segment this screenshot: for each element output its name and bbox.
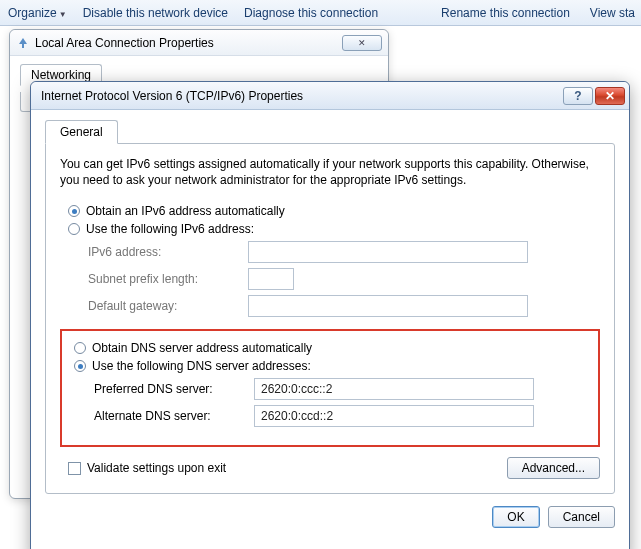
close-icon: ✕: [605, 89, 615, 103]
dlg2-title: Internet Protocol Version 6 (TCP/IPv6) P…: [41, 89, 561, 103]
toolbar-viewstatus[interactable]: View sta: [590, 6, 635, 20]
network-adapter-icon: [16, 36, 30, 50]
radio-obtain-dns-auto[interactable]: Obtain DNS server address automatically: [74, 341, 594, 355]
dialog-button-row: OK Cancel: [45, 506, 615, 528]
background-area: Local Area Connection Properties ✕ Netwo…: [0, 26, 641, 549]
ok-button[interactable]: OK: [492, 506, 539, 528]
radio-use-dns-manual-label: Use the following DNS server addresses:: [92, 359, 311, 373]
radio-use-ipv6-manual-label: Use the following IPv6 address:: [86, 222, 254, 236]
advanced-button[interactable]: Advanced...: [507, 457, 600, 479]
alternate-dns-input[interactable]: [254, 405, 534, 427]
toolbar-diagnose[interactable]: Diagnose this connection: [244, 6, 378, 20]
dlg1-title: Local Area Connection Properties: [35, 36, 342, 50]
ipv6-address-label: IPv6 address:: [88, 245, 248, 259]
dlg2-content: General You can get IPv6 settings assign…: [31, 110, 629, 540]
dns-fields: Preferred DNS server: Alternate DNS serv…: [94, 378, 594, 427]
radio-obtain-ipv6-auto-label: Obtain an IPv6 address automatically: [86, 204, 285, 218]
cancel-button[interactable]: Cancel: [548, 506, 615, 528]
default-gateway-label: Default gateway:: [88, 299, 248, 313]
radio-obtain-dns-auto-label: Obtain DNS server address automatically: [92, 341, 312, 355]
toolbar-organize[interactable]: Organize▼: [8, 6, 67, 20]
subnet-prefix-label: Subnet prefix length:: [88, 272, 248, 286]
general-panel: You can get IPv6 settings assigned autom…: [45, 143, 615, 494]
chevron-down-icon: ▼: [59, 10, 67, 19]
default-gateway-input: [248, 295, 528, 317]
radio-icon: [74, 360, 86, 372]
tab-general[interactable]: General: [45, 120, 118, 144]
close-icon: ✕: [358, 38, 366, 48]
subnet-prefix-input: [248, 268, 294, 290]
radio-icon: [68, 223, 80, 235]
validate-label: Validate settings upon exit: [87, 461, 226, 475]
radio-icon: [74, 342, 86, 354]
dlg1-close-button[interactable]: ✕: [342, 35, 382, 51]
radio-use-ipv6-manual[interactable]: Use the following IPv6 address:: [68, 222, 600, 236]
ipv6-address-fields: IPv6 address: Subnet prefix length: Defa…: [88, 241, 600, 317]
svg-rect-0: [22, 44, 24, 48]
row-alternate-dns: Alternate DNS server:: [94, 405, 594, 427]
validate-checkbox[interactable]: [68, 462, 81, 475]
row-subnet-prefix: Subnet prefix length:: [88, 268, 600, 290]
alternate-dns-label: Alternate DNS server:: [94, 409, 254, 423]
row-preferred-dns: Preferred DNS server:: [94, 378, 594, 400]
row-ipv6-address: IPv6 address:: [88, 241, 600, 263]
row-default-gateway: Default gateway:: [88, 295, 600, 317]
dns-highlight-box: Obtain DNS server address automatically …: [60, 329, 600, 447]
help-icon: ?: [574, 89, 581, 103]
ipv6-properties-dialog: Internet Protocol Version 6 (TCP/IPv6) P…: [30, 81, 630, 549]
toolbar-disable[interactable]: Disable this network device: [83, 6, 228, 20]
explain-text: You can get IPv6 settings assigned autom…: [60, 156, 600, 188]
toolbar-organize-label: Organize: [8, 6, 57, 20]
radio-use-dns-manual[interactable]: Use the following DNS server addresses:: [74, 359, 594, 373]
ipv6-address-input: [248, 241, 528, 263]
dlg2-tabstrip: General: [45, 120, 615, 144]
preferred-dns-label: Preferred DNS server:: [94, 382, 254, 396]
radio-obtain-ipv6-auto[interactable]: Obtain an IPv6 address automatically: [68, 204, 600, 218]
help-button[interactable]: ?: [563, 87, 593, 105]
dlg1-titlebar[interactable]: Local Area Connection Properties ✕: [10, 30, 388, 56]
network-toolbar: Organize▼ Disable this network device Di…: [0, 0, 641, 26]
preferred-dns-input[interactable]: [254, 378, 534, 400]
toolbar-rename[interactable]: Rename this connection: [441, 6, 570, 20]
dlg2-titlebar[interactable]: Internet Protocol Version 6 (TCP/IPv6) P…: [31, 82, 629, 110]
validate-row: Validate settings upon exit Advanced...: [60, 457, 600, 479]
radio-icon: [68, 205, 80, 217]
close-button[interactable]: ✕: [595, 87, 625, 105]
